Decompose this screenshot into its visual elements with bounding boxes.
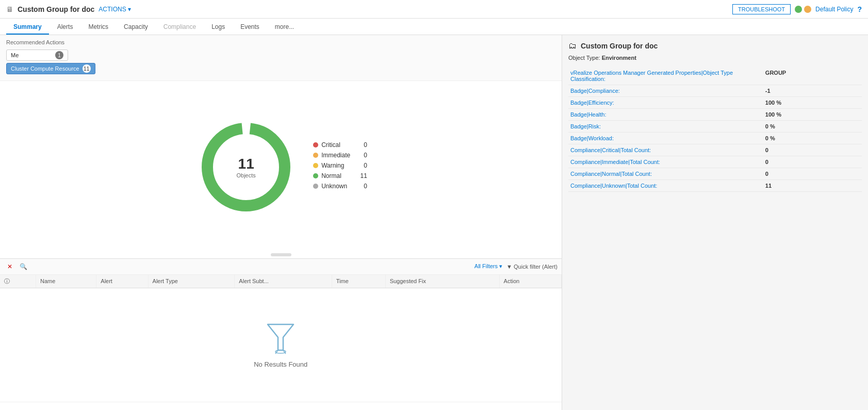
property-value: -1 <box>759 85 862 97</box>
col-alert-subtype[interactable]: Alert Subt... <box>235 275 332 288</box>
tab-compliance: Compliance <box>156 20 203 35</box>
toolbar-left: ✕ 🔍 <box>4 261 29 272</box>
col-indicator: ⓘ <box>0 275 36 288</box>
property-key: Compliance|Immediate|Total Count: <box>568 156 759 168</box>
tab-alerts[interactable]: Alerts <box>50 20 80 35</box>
donut-total: 11 <box>236 156 255 172</box>
tab-summary[interactable]: Summary <box>6 20 49 35</box>
quick-filter-button[interactable]: ▼ Quick filter (Alert) <box>506 264 558 270</box>
property-key: Compliance|Normal|Total Count: <box>568 168 759 180</box>
no-results: No Results Found <box>4 291 558 399</box>
property-row: vRealize Operations Manager Generated Pr… <box>568 67 862 85</box>
top-bar: 🖥 Custom Group for doc ACTIONS ▾ TROUBLE… <box>0 0 868 19</box>
col-alert-type[interactable]: Alert Type <box>148 275 235 288</box>
property-row: Badge|Efficiency: 100 % <box>568 97 862 109</box>
property-value: 100 % <box>759 109 862 121</box>
tab-bar: Summary Alerts Metrics Capacity Complian… <box>0 19 868 35</box>
property-key: Badge|Health: <box>568 109 759 121</box>
property-value: 0 % <box>759 133 862 144</box>
legend-normal: Normal 11 <box>313 172 367 179</box>
donut-objects-label: Objects <box>236 172 255 178</box>
donut-chart: 11 Objects <box>194 116 298 219</box>
donut-label: 11 Objects <box>236 156 255 178</box>
property-value: GROUP <box>759 67 862 85</box>
col-action[interactable]: Action <box>499 275 561 288</box>
scroll-indicator <box>0 253 562 258</box>
bottom-toolbar: ✕ 🔍 All Filters ▾ ▼ Quick filter (Alert) <box>0 259 562 275</box>
all-filters-button[interactable]: All Filters ▾ <box>474 263 502 270</box>
legend-label-warning: Warning <box>321 162 344 169</box>
filter-me[interactable]: Me 1 <box>6 50 68 61</box>
main-layout: Recommended Actions Me 1 Cluster Compute… <box>0 35 868 410</box>
property-row: Badge|Risk: 0 % <box>568 121 862 133</box>
filter-cluster-label: Cluster Compute Resource <box>11 65 79 72</box>
property-key: Compliance|Critical|Total Count: <box>568 144 759 156</box>
legend-immediate: Immediate 0 <box>313 152 367 159</box>
object-type-label: Object Type: <box>568 55 600 61</box>
status-dot-yellow <box>804 6 811 13</box>
panel-icon: 🗂 <box>568 41 577 51</box>
alerts-table: ⓘ Name Alert Alert Type Alert Subt... Ti… <box>0 275 562 402</box>
property-value: 0 % <box>759 121 862 133</box>
tab-events[interactable]: Events <box>233 20 267 35</box>
default-policy-link[interactable]: Default Policy <box>815 6 853 13</box>
tab-more[interactable]: more... <box>268 20 301 35</box>
col-alert[interactable]: Alert <box>96 275 148 288</box>
property-row: Compliance|Unknown|Total Count: 11 <box>568 180 862 192</box>
help-button[interactable]: ? <box>857 5 862 13</box>
legend-value-critical: 0 <box>353 141 367 149</box>
page-title: Custom Group for doc <box>18 5 94 13</box>
tab-capacity[interactable]: Capacity <box>117 20 155 35</box>
legend-value-normal: 11 <box>350 172 367 179</box>
troubleshoot-button[interactable]: TROUBLESHOOT <box>732 4 791 14</box>
property-row: Compliance|Immediate|Total Count: 0 <box>568 156 862 168</box>
legend-value-unknown: 0 <box>353 183 367 190</box>
scroll-bar <box>271 253 291 256</box>
property-value: 100 % <box>759 97 862 109</box>
object-type-value: Environment <box>602 55 636 61</box>
status-icons <box>795 6 811 13</box>
no-results-cell: No Results Found <box>0 288 562 402</box>
clear-filter-button[interactable]: ✕ <box>4 261 15 272</box>
col-name[interactable]: Name <box>36 275 96 288</box>
legend-dot-critical <box>313 142 318 147</box>
tab-metrics[interactable]: Metrics <box>81 20 116 35</box>
property-row: Compliance|Normal|Total Count: 0 <box>568 168 862 180</box>
toolbar-right: All Filters ▾ ▼ Quick filter (Alert) <box>474 263 558 270</box>
property-row: Badge|Health: 100 % <box>568 109 862 121</box>
page-icon: 🖥 <box>6 5 13 13</box>
legend-warning: Warning 0 <box>313 162 367 169</box>
property-key: Badge|Efficiency: <box>568 97 759 109</box>
left-panel: Recommended Actions Me 1 Cluster Compute… <box>0 35 562 410</box>
legend-dot-normal <box>313 173 318 178</box>
filter-cluster-badge: 11 <box>83 64 91 73</box>
property-value: 0 <box>759 168 862 180</box>
legend-label-critical: Critical <box>321 141 340 149</box>
legend-critical: Critical 0 <box>313 141 367 149</box>
legend-label-unknown: Unknown <box>321 183 347 190</box>
tab-logs[interactable]: Logs <box>204 20 232 35</box>
recommended-actions-title: Recommended Actions <box>6 39 555 45</box>
properties-table: vRealize Operations Manager Generated Pr… <box>568 67 862 192</box>
property-row: Badge|Workload: 0 % <box>568 133 862 144</box>
chart-area: 11 Objects Critical 0 Immediate 0 Warn <box>0 81 562 253</box>
property-value: 0 <box>759 144 862 156</box>
filter-cluster[interactable]: Cluster Compute Resource 11 <box>6 63 95 74</box>
status-dot-green <box>795 6 802 13</box>
property-row: Compliance|Critical|Total Count: 0 <box>568 144 862 156</box>
legend-dot-immediate <box>313 153 318 158</box>
top-bar-right: TROUBLESHOOT Default Policy ? <box>732 4 862 14</box>
actions-button[interactable]: ACTIONS ▾ <box>99 6 131 13</box>
col-suggested-fix[interactable]: Suggested Fix <box>385 275 499 288</box>
col-time[interactable]: Time <box>332 275 385 288</box>
property-key: vRealize Operations Manager Generated Pr… <box>568 67 759 85</box>
legend-value-warning: 0 <box>353 162 367 169</box>
legend-value-immediate: 0 <box>353 152 367 159</box>
svg-marker-2 <box>268 324 293 350</box>
legend-label-normal: Normal <box>321 172 341 179</box>
bottom-section: ✕ 🔍 All Filters ▾ ▼ Quick filter (Alert)… <box>0 258 562 411</box>
search-button[interactable]: 🔍 <box>18 261 29 272</box>
property-key: Badge|Workload: <box>568 133 759 144</box>
funnel-icon <box>265 322 296 356</box>
no-results-text: No Results Found <box>254 360 307 368</box>
